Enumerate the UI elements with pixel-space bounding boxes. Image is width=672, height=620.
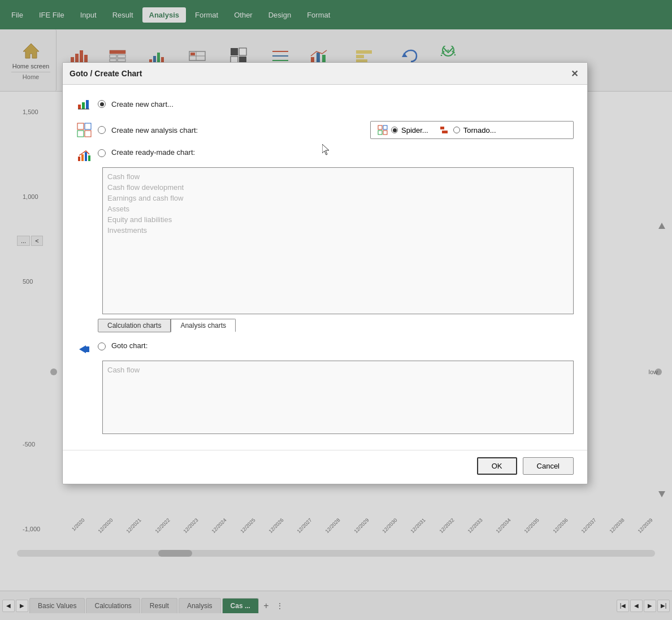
spider-label: Spider... [401,126,428,135]
create-analysis-icon [76,122,92,138]
list-item-equity[interactable]: Equity and liabilities [107,214,569,225]
dialog-body: Create new chart... Create new analysis … [63,85,587,450]
goto-list-item-cash-flow[interactable]: Cash flow [107,365,569,375]
tornado-label: Tornado... [463,126,496,135]
svg-rect-46 [383,131,387,135]
svg-rect-44 [383,125,387,129]
spider-icon [378,125,388,135]
create-new-chart-label: Create new chart... [111,100,174,109]
chart-type-tabs: Calculation charts Analysis charts [98,319,574,332]
goto-list[interactable]: Cash flow [102,361,574,434]
list-item-cash-flow-dev[interactable]: Cash flow development [107,182,569,193]
goto-create-chart-dialog: Goto / Create Chart ✕ Create new chart..… [62,62,588,484]
goto-chart-label: Goto chart: [111,341,148,350]
create-analysis-chart-radio[interactable] [98,126,106,134]
create-analysis-chart-row: Create new analysis chart: Spider... [76,121,574,139]
dialog-footer: OK Cancel [63,450,587,484]
svg-rect-45 [378,131,382,135]
spider-option[interactable]: Spider... [378,125,428,135]
svg-rect-49 [78,157,80,161]
create-new-chart-icon [76,96,92,112]
tornado-icon [440,125,450,135]
tornado-radio[interactable] [453,127,460,133]
goto-chart-row: Goto chart: [76,341,574,357]
dialog-title: Goto / Create Chart [70,69,142,78]
svg-rect-47 [440,127,444,129]
svg-rect-40 [85,123,91,129]
svg-marker-53 [79,345,86,353]
svg-rect-52 [88,155,90,161]
list-item-investments[interactable]: Investments [107,225,569,236]
svg-rect-42 [85,131,91,137]
create-new-chart-row: Create new chart... [76,96,574,112]
create-new-chart-radio[interactable] [98,100,106,108]
create-ready-made-row: Create ready-made chart: [76,148,574,164]
svg-rect-48 [442,131,448,133]
svg-rect-43 [378,125,382,129]
spider-radio[interactable] [391,127,398,133]
ready-made-icon [76,148,92,164]
tab-calculation-charts[interactable]: Calculation charts [98,319,171,332]
dialog-title-bar: Goto / Create Chart ✕ [63,63,587,85]
analysis-sub-options: Spider... Tornado... [370,121,574,139]
goto-chart-icon [76,341,92,357]
create-analysis-chart-label: Create new analysis chart: [111,126,198,135]
dialog-close-button[interactable]: ✕ [568,67,580,80]
svg-rect-37 [86,100,89,109]
tab-analysis-charts[interactable]: Analysis charts [171,319,236,332]
tornado-option[interactable]: Tornado... [440,125,496,135]
ok-button[interactable]: OK [477,457,517,475]
goto-chart-radio[interactable] [98,342,106,350]
create-ready-made-radio[interactable] [98,149,106,157]
svg-rect-41 [77,131,84,137]
cancel-button[interactable]: Cancel [523,457,574,475]
svg-rect-35 [78,105,81,109]
svg-rect-50 [81,154,84,161]
svg-rect-54 [86,346,89,352]
list-item-assets[interactable]: Assets [107,203,569,214]
svg-rect-39 [77,123,84,129]
create-ready-made-label: Create ready-made chart: [111,148,195,157]
svg-rect-51 [85,152,87,161]
list-item-earnings[interactable]: Earnings and cash flow [107,193,569,203]
ready-made-list[interactable]: Cash flow Cash flow development Earnings… [102,167,574,314]
list-item-cash-flow[interactable]: Cash flow [107,171,569,182]
svg-rect-36 [82,102,85,109]
